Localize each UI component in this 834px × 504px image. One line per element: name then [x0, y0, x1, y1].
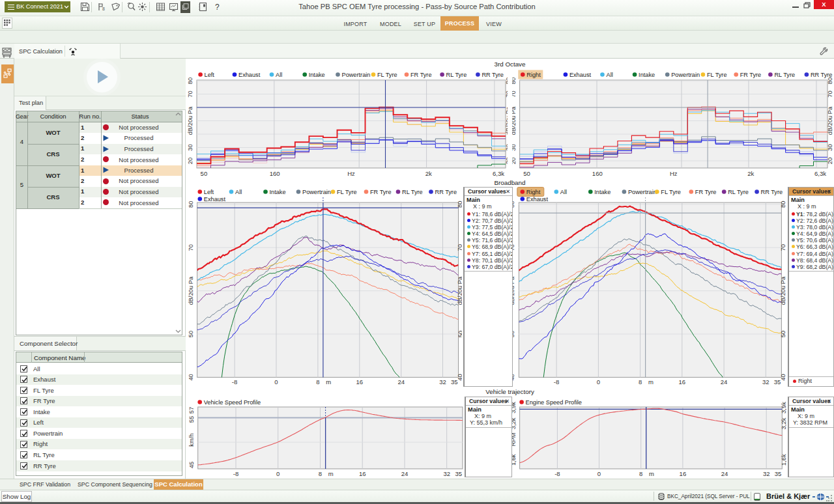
svg-text:Left: Left [205, 72, 215, 78]
svg-text:-8: -8 [554, 470, 560, 477]
svg-text:RL Tyre: RL Tyre [774, 72, 795, 78]
svg-text:70: 70 [188, 244, 194, 251]
svg-text:35: 35 [455, 470, 462, 477]
svg-text:3,9k: 3,9k [512, 402, 517, 413]
svg-text:30: 30 [504, 144, 508, 151]
svg-text:3,2k: 3,2k [780, 417, 786, 429]
svg-text:30: 30 [187, 144, 194, 150]
svg-text:160: 160 [592, 170, 603, 177]
svg-text:2k: 2k [747, 170, 754, 177]
svg-text:Engine Speed Profile: Engine Speed Profile [526, 399, 582, 406]
svg-text:Intake: Intake [309, 72, 325, 78]
svg-text:Exhaust: Exhaust [238, 72, 261, 78]
svg-text:Powertrain: Powertrain [342, 72, 371, 78]
svg-text:RL Tyre: RL Tyre [728, 189, 749, 195]
svg-text:70: 70 [457, 244, 463, 251]
svg-text:57: 57 [188, 407, 195, 413]
svg-text:50: 50 [188, 331, 194, 337]
svg-text:dB/20u Pa: dB/20u Pa [187, 106, 194, 135]
svg-text:80: 80 [188, 201, 194, 208]
svg-text:All: All [560, 189, 567, 195]
svg-text:RR Tyre: RR Tyre [435, 189, 457, 195]
svg-text:1,6k: 1,6k [512, 454, 517, 466]
svg-text:0: 0 [597, 470, 601, 477]
svg-text:FR Tyre: FR Tyre [740, 72, 762, 78]
svg-text:20: 20 [187, 158, 194, 164]
svg-text:16: 16 [679, 378, 686, 385]
svg-text:Vehicle Speed Profile: Vehicle Speed Profile [204, 399, 261, 406]
svg-text:35: 35 [774, 378, 781, 385]
svg-text:50: 50 [201, 170, 208, 177]
svg-text:All: All [276, 72, 282, 78]
svg-text:8: 8 [102, 7, 105, 11]
svg-text:RR Tyre: RR Tyre [482, 72, 504, 78]
svg-text:30: 30 [512, 144, 517, 150]
svg-text:16: 16 [359, 470, 366, 477]
svg-text:m: m [326, 378, 331, 385]
svg-text:-8: -8 [554, 378, 559, 385]
svg-text:70: 70 [512, 91, 517, 97]
svg-text:Hz: Hz [670, 170, 678, 177]
svg-text:1,6k: 1,6k [780, 454, 786, 466]
svg-text:24: 24 [721, 470, 728, 477]
svg-text:32: 32 [439, 378, 446, 385]
svg-text:dB/20u Pa: dB/20u Pa [512, 106, 517, 135]
svg-text:All: All [607, 72, 613, 78]
svg-text:km/h: km/h [188, 434, 195, 447]
svg-text:RR Tyre: RR Tyre [811, 72, 833, 78]
svg-text:RPM: RPM [512, 433, 517, 447]
svg-text:3,9k: 3,9k [780, 402, 786, 413]
svg-text:20: 20 [826, 158, 833, 165]
svg-text:0: 0 [276, 470, 280, 477]
svg-text:dB/20u Pa: dB/20u Pa [827, 106, 833, 135]
svg-text:-8: -8 [233, 470, 238, 477]
svg-text:Powertrain: Powertrain [628, 189, 657, 195]
svg-text:Intake: Intake [639, 72, 655, 78]
svg-text:8: 8 [316, 378, 319, 385]
svg-text:FL Tyre: FL Tyre [707, 72, 727, 78]
svg-text:6,3k: 6,3k [814, 170, 826, 177]
svg-text:70: 70 [504, 91, 508, 98]
svg-text:m: m [648, 378, 654, 385]
svg-text:FR Tyre: FR Tyre [410, 72, 432, 78]
svg-text:Powertrain: Powertrain [671, 72, 700, 78]
svg-text:80: 80 [779, 201, 786, 208]
svg-text:160: 160 [270, 170, 280, 177]
svg-text:80: 80 [512, 77, 517, 84]
svg-text:80: 80 [187, 77, 194, 84]
svg-text:50: 50 [523, 170, 530, 177]
svg-text:m: m [328, 470, 334, 477]
svg-text:24: 24 [721, 378, 728, 385]
svg-text:55: 55 [188, 416, 195, 423]
svg-text:40: 40 [188, 374, 194, 380]
svg-text:Powertrain: Powertrain [302, 189, 331, 195]
svg-text:70: 70 [826, 91, 833, 98]
svg-text:80: 80 [826, 77, 833, 85]
svg-text:8: 8 [639, 470, 642, 477]
svg-text:32: 32 [762, 378, 769, 385]
svg-text:8: 8 [639, 378, 642, 385]
svg-text:50: 50 [457, 331, 463, 338]
svg-text:16: 16 [680, 470, 687, 477]
svg-text:0: 0 [274, 378, 278, 385]
svg-text:Intake: Intake [594, 189, 611, 195]
svg-text:35: 35 [451, 378, 458, 385]
svg-text:70: 70 [187, 91, 194, 97]
svg-text:Intake: Intake [270, 189, 286, 195]
svg-text:80: 80 [504, 77, 508, 85]
svg-text:RR Tyre: RR Tyre [761, 189, 783, 195]
svg-text:32: 32 [763, 470, 770, 477]
svg-text:8: 8 [319, 470, 322, 477]
svg-text:35: 35 [775, 470, 782, 477]
svg-text:dB/20u Pa: dB/20u Pa [188, 276, 194, 305]
svg-text:16: 16 [356, 378, 364, 385]
svg-text:FR Tyre: FR Tyre [695, 189, 717, 195]
svg-text:20: 20 [512, 158, 517, 164]
svg-text:3,2k: 3,2k [512, 417, 517, 429]
svg-text:70: 70 [779, 244, 786, 251]
svg-text:m: m [649, 470, 654, 477]
svg-text:20: 20 [504, 158, 508, 165]
svg-text:50: 50 [779, 331, 786, 338]
svg-text:All: All [235, 189, 242, 195]
svg-text:Hz: Hz [347, 170, 355, 177]
